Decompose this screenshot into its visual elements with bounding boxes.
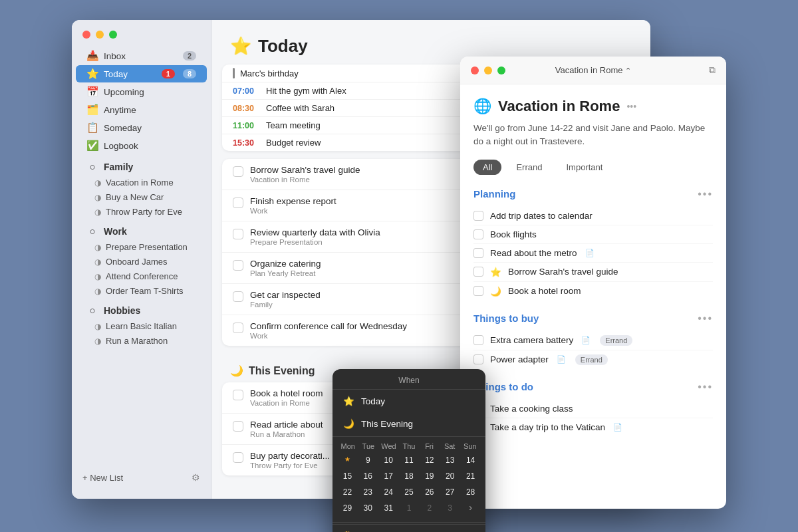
calendar-header: Mon Tue Wed Thu Fri Sat Sun (332, 438, 485, 452)
detail-close-button[interactable] (471, 66, 479, 74)
filter-important[interactable]: Important (557, 160, 612, 175)
cal-next-button[interactable]: › (461, 501, 480, 515)
cal-day-17[interactable]: 17 (379, 469, 398, 483)
sidebar-item-today[interactable]: ⭐ Today 1 8 (76, 65, 207, 82)
cal-day-28[interactable]: 28 (461, 485, 480, 499)
maximize-button[interactable] (109, 31, 117, 39)
star-icon-task: ⭐ (490, 267, 501, 277)
sidebar-item-marathon[interactable]: ◑ Run a Marathon (76, 334, 207, 348)
planning-task-4[interactable]: 🌙 Book a hotel room (473, 282, 713, 301)
cal-day-star[interactable]: ★ (338, 453, 357, 467)
cal-day-2[interactable]: 2 (420, 501, 439, 515)
when-someday-option[interactable]: 🗓 Someday (332, 524, 485, 532)
filter-all[interactable]: All (473, 160, 501, 175)
sidebar-group-work[interactable]: ○ Work (76, 223, 207, 239)
cal-day-29[interactable]: 29 (338, 501, 357, 515)
cal-day-25[interactable]: 25 (400, 485, 419, 499)
cal-day-30[interactable]: 30 (358, 501, 378, 515)
sidebar-item-anytime[interactable]: 🗂️ Anytime (76, 101, 207, 118)
task-checkbox-2[interactable] (233, 229, 243, 239)
cal-day-18[interactable]: 18 (400, 469, 419, 483)
detail-min-button[interactable] (484, 66, 492, 74)
minimize-button[interactable] (96, 31, 104, 39)
task-checkbox-1[interactable] (233, 198, 243, 208)
sidebar-item-buy-car[interactable]: ◑ Buy a New Car (76, 190, 207, 204)
sidebar-item-throw-party[interactable]: ◑ Throw Party for Eve (76, 205, 207, 219)
buy-task-0[interactable]: Extra camera battery 📄 Errand (473, 331, 713, 350)
sidebar-item-order-shirts[interactable]: ◑ Order Team T-Shirts (76, 284, 207, 298)
sidebar-item-someday[interactable]: 📋 Someday (76, 119, 207, 136)
planning-task-0[interactable]: Add trip dates to calendar (473, 207, 713, 225)
things-to-do-more-button[interactable]: ••• (698, 381, 713, 393)
cal-day-3[interactable]: 3 (440, 501, 460, 515)
cal-day-14[interactable]: 14 (461, 453, 480, 467)
detail-max-button[interactable] (497, 66, 505, 74)
cal-day-1[interactable]: 1 (400, 501, 419, 515)
cal-day-22[interactable]: 22 (338, 485, 357, 499)
task-checkbox-3[interactable] (233, 260, 243, 271)
sidebar-item-prepare-pres[interactable]: ◑ Prepare Presentation (76, 240, 207, 254)
sidebar-item-onboard[interactable]: ◑ Onboard James (76, 255, 207, 269)
planning-task-2[interactable]: Read about the metro 📄 (473, 244, 713, 263)
close-button[interactable] (82, 31, 90, 39)
cal-day-10[interactable]: 10 (379, 453, 398, 467)
sidebar-item-logbook[interactable]: ✅ Logbook (76, 137, 207, 154)
cal-mon: Mon (338, 442, 358, 450)
cal-day-31[interactable]: 31 (379, 501, 398, 515)
buy-cb-0[interactable] (473, 335, 483, 345)
buy-task-1[interactable]: Power adapter 📄 Errand (473, 350, 713, 369)
plan-cb-1[interactable] (473, 229, 483, 239)
circle-icon-5: ◑ (94, 257, 101, 267)
when-evening-option[interactable]: 🌙 This Evening (332, 412, 485, 435)
sidebar-item-vacation-rome[interactable]: ◑ Vacation in Rome (76, 176, 207, 190)
task-checkbox-4[interactable] (233, 291, 243, 302)
plan-cb-4[interactable] (473, 286, 483, 296)
settings-icon[interactable]: ⚙ (192, 472, 200, 483)
buy-cb-1[interactable] (473, 354, 483, 364)
planning-task-3[interactable]: ⭐ Borrow Sarah's travel guide (473, 263, 713, 282)
plan-cb-0[interactable] (473, 211, 483, 221)
cal-day-11[interactable]: 11 (400, 453, 419, 467)
sidebar-item-inbox[interactable]: 📥 Inbox 2 (76, 47, 207, 65)
new-list-button[interactable]: + New List (82, 473, 186, 483)
evening-checkbox-2[interactable] (233, 452, 243, 463)
cal-day-13[interactable]: 13 (440, 453, 460, 467)
sidebar-item-upcoming[interactable]: 📅 Upcoming (76, 83, 207, 100)
when-header: When (332, 369, 485, 390)
do-task-0[interactable]: Take a cooking class (473, 400, 713, 418)
planning-task-1[interactable]: Book flights (473, 225, 713, 244)
task-checkbox-5[interactable] (233, 323, 243, 333)
inbox-count: 2 (183, 51, 196, 61)
cal-day-26[interactable]: 26 (420, 485, 439, 499)
planning-more-button[interactable]: ••• (698, 188, 713, 200)
detail-copy-icon[interactable]: ⧉ (709, 65, 716, 76)
cal-day-20[interactable]: 20 (440, 469, 460, 483)
cal-day-15[interactable]: 15 (338, 469, 357, 483)
task-checkbox-0[interactable] (233, 166, 243, 177)
sidebar-item-italian[interactable]: ◑ Learn Basic Italian (76, 319, 207, 333)
evening-checkbox-0[interactable] (233, 390, 243, 400)
sidebar-group-hobbies[interactable]: ○ Hobbies (76, 302, 207, 319)
cal-day-12[interactable]: 12 (420, 453, 439, 467)
cal-day-27[interactable]: 27 (440, 485, 460, 499)
sidebar-group-family[interactable]: ○ Family (76, 158, 207, 175)
do-task-1[interactable]: Take a day trip to the Vatican 📄 (473, 418, 713, 436)
detail-more-icon[interactable]: ••• (626, 101, 636, 112)
today-count: 8 (183, 69, 196, 78)
cal-tue: Tue (358, 442, 379, 450)
cal-day-19[interactable]: 19 (420, 469, 439, 483)
cal-day-23[interactable]: 23 (358, 485, 378, 499)
plan-cb-3[interactable] (473, 267, 483, 277)
cal-day-24[interactable]: 24 (379, 485, 398, 499)
filter-errand[interactable]: Errand (507, 160, 551, 175)
sidebar-item-attend-conf[interactable]: ◑ Attend Conference (76, 269, 207, 283)
plan-cb-2[interactable] (473, 248, 483, 258)
detail-titlebar: Vacation in Rome ⌃ ⧉ (460, 57, 726, 84)
when-today-option[interactable]: ⭐ Today (332, 390, 485, 412)
family-group-icon: ○ (86, 161, 98, 172)
cal-day-21[interactable]: 21 (461, 469, 480, 483)
evening-checkbox-1[interactable] (233, 421, 243, 432)
things-to-buy-more-button[interactable]: ••• (698, 313, 713, 325)
cal-day-16[interactable]: 16 (358, 469, 378, 483)
cal-day-9[interactable]: 9 (358, 453, 378, 467)
